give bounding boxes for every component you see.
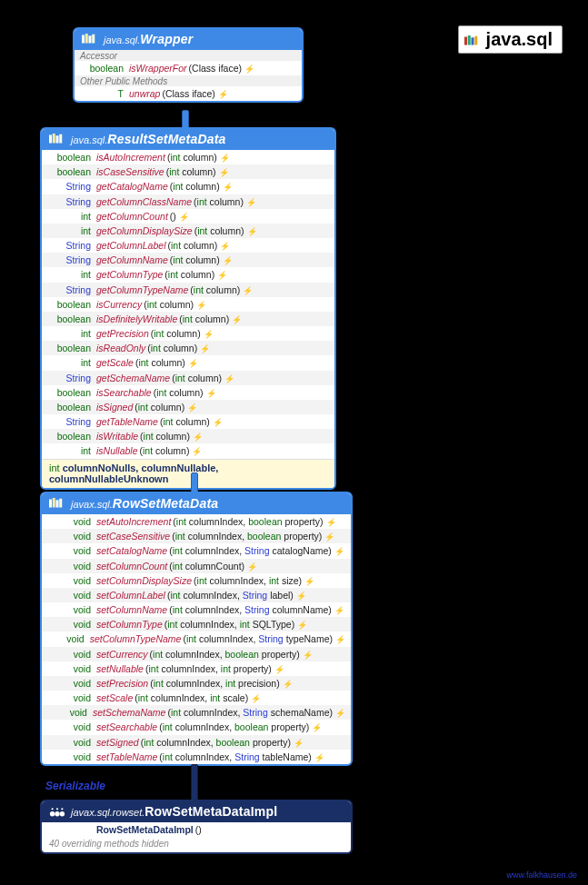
method-row: intgetColumnCount()⚡ <box>42 209 334 224</box>
svg-rect-15 <box>59 499 62 508</box>
books-icon <box>464 29 481 50</box>
method-row: intisNullable(int column)⚡ <box>42 443 334 458</box>
class-box-rowset: javax.sql.RowSetMetaData voidsetAutoIncr… <box>40 492 353 766</box>
svg-rect-4 <box>82 35 85 44</box>
constants-block: int columnNoNulls, columnNullable, colum… <box>42 459 334 488</box>
method-row: StringgetColumnName(int column)⚡ <box>42 253 334 267</box>
pkg-prefix: java.sql. <box>104 35 140 45</box>
class-box-rsmd: java.sql.ResultSetMetaData booleanisAuto… <box>40 127 336 490</box>
class-name: RowSetMetaDataImpl <box>145 804 277 819</box>
class-title: java.sql.Wrapper <box>75 29 302 50</box>
method-row: voidsetColumnTypeName(int columnIndex, S… <box>42 631 351 646</box>
method-row: voidsetScale(int columnIndex, int scale)… <box>42 691 351 705</box>
class-name: RowSetMetaData <box>113 496 218 511</box>
svg-rect-9 <box>53 134 55 144</box>
method-row: booleanisAutoIncrement(int column)⚡ <box>42 150 334 164</box>
diagram-canvas: java.sql java.sql.Wrapper Accessor boole… <box>0 0 588 885</box>
constructor-row: RowSetMetaDataImpl () <box>42 822 351 837</box>
svg-rect-6 <box>89 35 92 43</box>
class-box-impl: javax.sql.rowset.RowSetMetaDataImpl RowS… <box>40 800 353 854</box>
method-row: voidsetSearchable(int columnIndex, boole… <box>42 720 351 734</box>
method-row: StringgetColumnClassName(int column)⚡ <box>42 194 334 209</box>
ctor-name: RowSetMetaDataImpl <box>96 823 195 836</box>
footer-link[interactable]: www.falkhausen.de <box>506 870 577 880</box>
pkg-prefix: java.sql. <box>71 134 107 145</box>
method-row: Tunwrap(Class iface)⚡ <box>75 86 302 101</box>
ctor-params: () <box>195 823 202 836</box>
svg-point-19 <box>52 808 54 810</box>
bowling-icon <box>49 805 65 818</box>
books-icon <box>49 133 65 145</box>
method-row: voidsetCaseSensitive(int columnIndex, bo… <box>42 529 351 543</box>
svg-rect-12 <box>49 500 52 508</box>
method-row: StringgetCatalogName(int column)⚡ <box>42 179 334 194</box>
class-title: java.sql.ResultSetMetaData <box>42 129 334 150</box>
method-row: voidsetCurrency(int columnIndex, boolean… <box>42 647 351 661</box>
svg-rect-1 <box>467 35 470 45</box>
method-row: voidsetSchemaName(int columnIndex, Strin… <box>42 705 351 720</box>
method-row: booleanisSigned(int column)⚡ <box>42 400 334 414</box>
method-row: intgetScale(int column)⚡ <box>42 355 334 370</box>
method-row: intgetPrecision(int column)⚡ <box>42 326 334 341</box>
svg-point-18 <box>60 811 65 816</box>
method-row: voidsetCatalogName(int columnIndex, Stri… <box>42 543 351 558</box>
method-row: booleanisWrapperFor(Class iface)⚡ <box>75 61 302 75</box>
books-icon <box>82 33 98 45</box>
svg-rect-14 <box>56 500 59 507</box>
method-row: voidsetAutoIncrement(int columnIndex, bo… <box>42 514 351 529</box>
connector <box>191 764 198 802</box>
wrapper-rows-1: booleanisWrapperFor(Class iface)⚡ <box>75 61 302 75</box>
svg-rect-5 <box>85 34 88 44</box>
svg-point-17 <box>55 811 59 816</box>
method-row: intgetColumnDisplaySize(int column)⚡ <box>42 224 334 238</box>
method-row: voidsetPrecision(int columnIndex, int pr… <box>42 676 351 691</box>
svg-point-16 <box>50 811 55 816</box>
method-row: voidsetColumnCount(int columnCount)⚡ <box>42 559 351 573</box>
method-row: booleanisCurrency(int column)⚡ <box>42 297 334 312</box>
svg-point-20 <box>56 808 58 810</box>
method-rows: booleanisAutoIncrement(int column)⚡boole… <box>42 150 334 459</box>
method-row: voidsetNullable(int columnIndex, int pro… <box>42 661 351 676</box>
ctor-row-wrap: RowSetMetaDataImpl () <box>42 822 351 837</box>
method-row: voidsetTableName(int columnIndex, String… <box>42 750 351 764</box>
method-row: intgetColumnType(int column)⚡ <box>42 267 334 282</box>
svg-point-21 <box>61 808 63 810</box>
svg-rect-2 <box>471 37 473 45</box>
package-badge: java.sql <box>458 25 563 54</box>
svg-rect-10 <box>56 135 59 143</box>
books-icon <box>49 497 65 510</box>
method-row: booleanisSearchable(int column)⚡ <box>42 385 334 400</box>
method-row: StringgetColumnLabel(int column)⚡ <box>42 238 334 253</box>
method-row: voidsetColumnType(int columnIndex, int S… <box>42 617 351 631</box>
hidden-methods-note: 40 overriding methods hidden <box>42 837 351 852</box>
method-row: StringgetColumnTypeName(int column)⚡ <box>42 283 334 297</box>
svg-rect-3 <box>474 35 477 45</box>
method-row: booleanisDefinitelyWritable(int column)⚡ <box>42 312 334 326</box>
class-name: ResultSetMetaData <box>107 132 225 146</box>
method-row: voidsetColumnDisplaySize(int columnIndex… <box>42 573 351 588</box>
svg-rect-8 <box>49 135 52 144</box>
section-accessor: Accessor <box>75 50 302 61</box>
svg-rect-7 <box>92 35 95 44</box>
method-row: StringgetSchemaName(int column)⚡ <box>42 371 334 385</box>
class-name: Wrapper <box>140 32 193 46</box>
method-row: StringgetTableName(int column)⚡ <box>42 414 334 429</box>
field-type: int <box>49 462 60 473</box>
svg-rect-0 <box>464 36 467 45</box>
method-row: booleanisWritable(int column)⚡ <box>42 429 334 443</box>
method-row: voidsetSigned(int columnIndex, boolean p… <box>42 735 351 750</box>
svg-rect-11 <box>59 134 62 144</box>
class-title: javax.sql.rowset.RowSetMetaDataImpl <box>42 801 351 822</box>
method-row: voidsetColumnLabel(int columnIndex, Stri… <box>42 588 351 602</box>
pkg-prefix: javax.sql. <box>71 499 113 510</box>
package-name: java.sql <box>486 29 553 50</box>
wrapper-rows-2: Tunwrap(Class iface)⚡ <box>75 86 302 101</box>
pkg-prefix: javax.sql.rowset. <box>71 807 145 818</box>
serializable-label: Serializable <box>45 780 105 792</box>
section-other: Other Public Methods <box>75 75 302 86</box>
svg-rect-13 <box>53 498 55 508</box>
class-title: javax.sql.RowSetMetaData <box>42 493 351 514</box>
class-box-wrapper: java.sql.Wrapper Accessor booleanisWrapp… <box>73 27 304 103</box>
method-row: booleanisReadOnly(int column)⚡ <box>42 341 334 355</box>
method-rows: voidsetAutoIncrement(int columnIndex, bo… <box>42 514 351 764</box>
